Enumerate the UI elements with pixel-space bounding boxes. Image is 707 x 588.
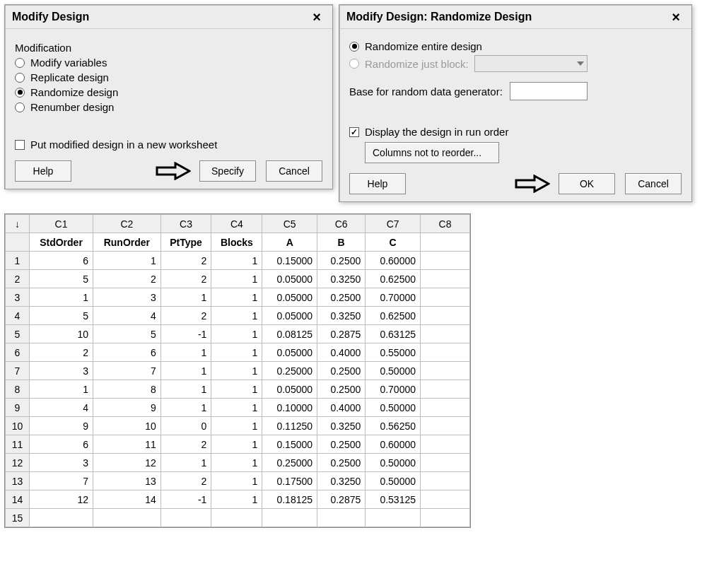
cell[interactable]: 0.2875 [317, 490, 366, 509]
cell[interactable] [317, 509, 366, 527]
row-header[interactable]: 7 [6, 362, 30, 380]
radio-renumber-design[interactable]: Renumber design [15, 101, 322, 113]
cell[interactable]: 7 [30, 472, 93, 490]
cell[interactable]: 8 [93, 380, 161, 399]
cell[interactable] [160, 509, 211, 527]
cell[interactable]: 0.63125 [366, 325, 421, 343]
cell[interactable]: 0.15000 [262, 435, 317, 454]
cell[interactable]: 6 [30, 435, 93, 454]
cell[interactable]: 1 [160, 454, 211, 472]
cell[interactable] [421, 509, 470, 527]
cell[interactable] [421, 417, 470, 435]
cell[interactable] [421, 490, 470, 509]
close-icon[interactable]: × [305, 7, 328, 27]
col-header[interactable]: C2 [93, 215, 161, 233]
base-generator-input[interactable] [510, 82, 588, 100]
cell[interactable] [421, 472, 470, 490]
row-header[interactable] [6, 233, 30, 252]
row-header[interactable]: 15 [6, 509, 30, 527]
cell[interactable]: 0.2500 [317, 380, 366, 399]
row-header[interactable]: 8 [6, 380, 30, 399]
cell[interactable]: 1 [160, 362, 211, 380]
row-header[interactable]: 9 [6, 399, 30, 417]
cell[interactable]: 12 [30, 490, 93, 509]
column-name-cell[interactable]: A [262, 233, 317, 252]
help-button[interactable]: Help [349, 173, 406, 194]
cell[interactable] [262, 509, 317, 527]
cell[interactable] [421, 288, 470, 307]
cell[interactable]: 1 [30, 380, 93, 399]
column-name-cell[interactable] [421, 233, 470, 252]
cell[interactable]: 0.25000 [262, 454, 317, 472]
row-header[interactable]: 14 [6, 490, 30, 509]
column-name-cell[interactable]: RunOrder [93, 233, 161, 252]
cell[interactable]: 0.2500 [317, 435, 366, 454]
radio-randomize-entire[interactable]: Randomize entire design [349, 40, 682, 52]
cell[interactable]: 0.3250 [317, 472, 366, 490]
checkbox-new-worksheet[interactable]: Put modified design in a new worksheet [15, 139, 322, 151]
col-header[interactable]: C7 [366, 215, 421, 233]
cell[interactable]: -1 [160, 490, 211, 509]
column-name-cell[interactable]: B [317, 233, 366, 252]
col-header[interactable]: C5 [262, 215, 317, 233]
cell[interactable]: 1 [211, 399, 262, 417]
col-header[interactable]: C1 [30, 215, 93, 233]
cell[interactable]: 0.2500 [317, 362, 366, 380]
cancel-button[interactable]: Cancel [625, 173, 682, 194]
cell[interactable]: 0.53125 [366, 490, 421, 509]
cell[interactable]: 1 [211, 288, 262, 307]
specify-button[interactable]: Specify [199, 160, 256, 182]
cell[interactable]: 0.15000 [262, 252, 317, 270]
row-header[interactable]: 13 [6, 472, 30, 490]
cell[interactable]: 0.05000 [262, 270, 317, 288]
cell[interactable]: 0.2500 [317, 288, 366, 307]
cell[interactable]: 1 [160, 288, 211, 307]
row-header[interactable]: 10 [6, 417, 30, 435]
cell[interactable]: 1 [211, 362, 262, 380]
cell[interactable]: 6 [93, 343, 161, 362]
cell[interactable]: 1 [30, 288, 93, 307]
cell[interactable]: 1 [160, 343, 211, 362]
cell[interactable] [30, 509, 93, 527]
cell[interactable] [421, 325, 470, 343]
cell[interactable]: 3 [30, 454, 93, 472]
cell[interactable]: 1 [211, 343, 262, 362]
cell[interactable]: 0.2500 [317, 454, 366, 472]
cell[interactable]: 5 [93, 325, 161, 343]
col-header[interactable]: C3 [160, 215, 211, 233]
cell[interactable]: 2 [93, 270, 161, 288]
cell[interactable]: 1 [211, 252, 262, 270]
row-header[interactable]: 5 [6, 325, 30, 343]
cell[interactable] [421, 435, 470, 454]
cell[interactable]: 0.18125 [262, 490, 317, 509]
cell[interactable]: 0.50000 [366, 472, 421, 490]
cell[interactable]: 5 [30, 270, 93, 288]
cell[interactable]: 14 [93, 490, 161, 509]
cell[interactable]: 3 [93, 288, 161, 307]
cell[interactable]: 0.3250 [317, 270, 366, 288]
cell[interactable]: 2 [30, 343, 93, 362]
cell[interactable] [421, 307, 470, 325]
cell[interactable]: 0.2500 [317, 252, 366, 270]
cell[interactable]: 0.05000 [262, 343, 317, 362]
cell[interactable]: 12 [93, 454, 161, 472]
corner-cell[interactable]: ↓ [6, 215, 30, 233]
row-header[interactable]: 11 [6, 435, 30, 454]
cell[interactable]: 1 [211, 490, 262, 509]
cell[interactable]: 11 [93, 435, 161, 454]
cell[interactable]: 0.05000 [262, 380, 317, 399]
cell[interactable]: 1 [211, 307, 262, 325]
row-header[interactable]: 3 [6, 288, 30, 307]
cell[interactable]: 0.62500 [366, 307, 421, 325]
cell[interactable] [421, 399, 470, 417]
cell[interactable]: 1 [160, 399, 211, 417]
cell[interactable]: 9 [93, 399, 161, 417]
cell[interactable]: 0 [160, 417, 211, 435]
cell[interactable]: 0.62500 [366, 270, 421, 288]
column-name-cell[interactable]: Blocks [211, 233, 262, 252]
cell[interactable]: 1 [93, 252, 161, 270]
cell[interactable]: 10 [30, 325, 93, 343]
cell[interactable]: 1 [160, 380, 211, 399]
row-header[interactable]: 4 [6, 307, 30, 325]
cell[interactable]: 1 [211, 417, 262, 435]
